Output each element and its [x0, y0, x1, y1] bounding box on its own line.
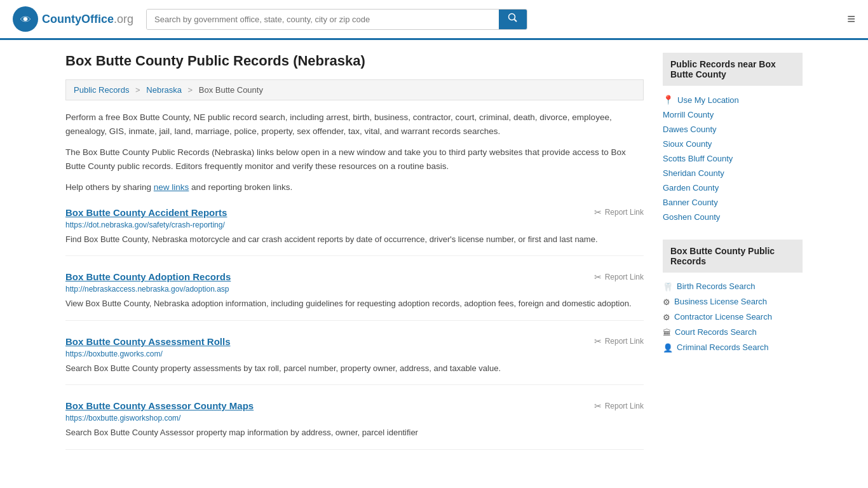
criminal-icon: 👤: [663, 343, 673, 353]
location-icon: 📍: [663, 95, 674, 105]
breadcrumb: Public Records > Nebraska > Box Butte Co…: [65, 79, 644, 100]
svg-line-3: [515, 20, 517, 22]
business-icon: ⚙: [663, 297, 670, 307]
report-link-button[interactable]: ✂ Report Link: [594, 272, 644, 282]
logo-icon: [13, 6, 38, 32]
record-header: Box Butte County Accident Reports ✂ Repo…: [65, 207, 644, 218]
report-link-button[interactable]: ✂ Report Link: [594, 336, 644, 346]
nearby-county-link[interactable]: Goshen County: [663, 212, 720, 222]
nearby-section: Public Records near Box Butte County 📍 U…: [663, 53, 803, 224]
record-title[interactable]: Box Butte County Assessment Rolls: [65, 336, 231, 347]
local-record-item: 👤 Criminal Records Search: [663, 340, 803, 355]
intro-text: Perform a free Box Butte County, NE publ…: [65, 111, 644, 138]
report-link-button[interactable]: ✂ Report Link: [594, 401, 644, 411]
secondary-text: The Box Butte County Public Records (Neb…: [65, 146, 644, 173]
record-url: http://nebraskaccess.nebraska.gov/adopti…: [65, 285, 644, 294]
site-logo[interactable]: CountyOffice.org: [13, 6, 133, 32]
contractor-icon: ⚙: [663, 313, 670, 322]
record-entry: Box Butte County Accident Reports ✂ Repo…: [65, 207, 644, 257]
nearby-county-item: Dawes County: [663, 122, 803, 137]
menu-button[interactable]: ≡: [847, 11, 855, 27]
local-records-section: Box Butte County Public Records 🦷 Birth …: [663, 240, 803, 355]
criminal-records-link[interactable]: Criminal Records Search: [677, 342, 769, 352]
birth-records-link[interactable]: Birth Records Search: [677, 281, 756, 291]
local-record-item: 🏛 Court Records Search: [663, 325, 803, 340]
record-desc: View Box Butte County, Nebraska adoption…: [65, 297, 644, 310]
local-record-item: 🦷 Birth Records Search: [663, 279, 803, 294]
nearby-county-link[interactable]: Scotts Bluff County: [663, 154, 733, 163]
site-header: CountyOffice.org ≡: [0, 0, 868, 40]
nearby-county-link[interactable]: Sheridan County: [663, 168, 724, 178]
birth-icon: 🦷: [663, 282, 673, 292]
records-list: Box Butte County Accident Reports ✂ Repo…: [65, 207, 644, 450]
contractor-license-link[interactable]: Contractor License Search: [674, 312, 772, 322]
right-sidebar: Public Records near Box Butte County 📍 U…: [663, 53, 803, 465]
local-records-title: Box Butte County Public Records: [663, 240, 803, 273]
record-url: https://boxbutte.gisworkshop.com/: [65, 414, 644, 423]
nearby-county-link[interactable]: Morrill County: [663, 110, 714, 119]
use-location-link[interactable]: Use My Location: [677, 95, 739, 105]
nearby-county-item: Goshen County: [663, 210, 803, 224]
svg-point-1: [24, 17, 27, 21]
nearby-county-link[interactable]: Banner County: [663, 198, 718, 207]
share-text: Help others by sharing new links and rep…: [65, 180, 644, 194]
nearby-county-item: Sheridan County: [663, 166, 803, 180]
local-record-item: ⚙ Contractor License Search: [663, 309, 803, 325]
report-icon: ✂: [594, 401, 602, 411]
record-desc: Search Box Butte County property assessm…: [65, 362, 644, 375]
nearby-county-item: Scotts Bluff County: [663, 151, 803, 166]
nearby-county-link[interactable]: Dawes County: [663, 125, 717, 134]
nearby-county-item: Banner County: [663, 195, 803, 210]
search-bar: [146, 9, 527, 30]
breadcrumb-nebraska[interactable]: Nebraska: [146, 85, 182, 95]
breadcrumb-current: Box Butte County: [199, 85, 263, 95]
page-title: Box Butte County Public Records (Nebrask…: [65, 53, 644, 69]
left-content: Box Butte County Public Records (Nebrask…: [65, 53, 644, 465]
main-layout: Box Butte County Public Records (Nebrask…: [53, 40, 815, 478]
record-header: Box Butte County Assessor County Maps ✂ …: [65, 400, 644, 411]
nearby-section-title: Public Records near Box Butte County: [663, 53, 803, 86]
nearby-county-link[interactable]: Sioux County: [663, 139, 712, 149]
svg-point-2: [509, 14, 515, 20]
local-record-item: ⚙ Business License Search: [663, 294, 803, 309]
court-icon: 🏛: [663, 328, 671, 337]
record-url: https://dot.nebraska.gov/safety/crash-re…: [65, 220, 644, 229]
record-desc: Search Box Butte County Assessor propert…: [65, 426, 644, 439]
search-button[interactable]: [499, 10, 527, 29]
record-entry: Box Butte County Adoption Records ✂ Repo…: [65, 271, 644, 321]
nearby-county-item: Morrill County: [663, 107, 803, 122]
new-links[interactable]: new links: [154, 182, 189, 192]
record-entry: Box Butte County Assessment Rolls ✂ Repo…: [65, 336, 644, 386]
report-link-button[interactable]: ✂ Report Link: [594, 207, 644, 217]
report-icon: ✂: [594, 272, 602, 282]
record-desc: Find Box Butte County, Nebraska motorcyc…: [65, 233, 644, 246]
report-icon: ✂: [594, 207, 602, 217]
record-url: https://boxbutte.gworks.com/: [65, 349, 644, 358]
breadcrumb-public-records[interactable]: Public Records: [74, 85, 129, 95]
business-license-link[interactable]: Business License Search: [674, 297, 767, 306]
record-title[interactable]: Box Butte County Accident Reports: [65, 207, 227, 218]
nearby-county-item: Sioux County: [663, 137, 803, 151]
search-input[interactable]: [147, 10, 499, 29]
logo-text: CountyOffice.org: [42, 13, 133, 26]
court-records-link[interactable]: Court Records Search: [675, 327, 757, 337]
record-header: Box Butte County Adoption Records ✂ Repo…: [65, 271, 644, 282]
report-icon: ✂: [594, 336, 602, 346]
record-entry: Box Butte County Assessor County Maps ✂ …: [65, 400, 644, 450]
record-header: Box Butte County Assessment Rolls ✂ Repo…: [65, 336, 644, 347]
record-title[interactable]: Box Butte County Adoption Records: [65, 271, 231, 282]
use-location-item[interactable]: 📍 Use My Location: [663, 92, 803, 107]
nearby-county-link[interactable]: Garden County: [663, 183, 719, 193]
record-title[interactable]: Box Butte County Assessor County Maps: [65, 400, 254, 411]
nearby-county-item: Garden County: [663, 180, 803, 195]
